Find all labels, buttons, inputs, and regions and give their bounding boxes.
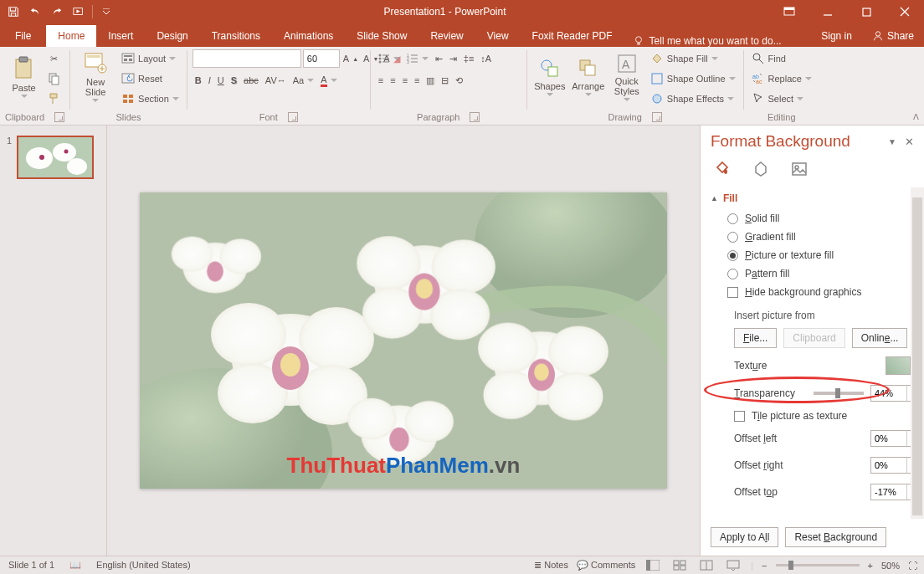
- pane-close-icon[interactable]: ✕: [905, 136, 914, 148]
- clipboard-launcher[interactable]: [54, 112, 64, 122]
- justify-icon[interactable]: ≡: [412, 71, 422, 90]
- tab-slideshow[interactable]: Slide Show: [345, 25, 418, 47]
- char-spacing-button[interactable]: AV↔: [263, 71, 289, 90]
- slideshow-view-icon[interactable]: [724, 558, 742, 573]
- pattern-fill-radio[interactable]: Pattern fill: [711, 264, 921, 283]
- text-direction-icon[interactable]: ↕A: [478, 49, 494, 68]
- shape-effects-button[interactable]: Shape Effects: [648, 90, 738, 108]
- tab-home[interactable]: Home: [46, 25, 96, 47]
- tab-review[interactable]: Review: [418, 25, 475, 47]
- minimize-icon[interactable]: [808, 0, 847, 23]
- pane-scrollbar[interactable]: [911, 187, 924, 519]
- select-button[interactable]: Select: [749, 90, 814, 108]
- qat-customize-icon[interactable]: [96, 2, 116, 22]
- pane-menu-icon[interactable]: ▼: [888, 137, 896, 146]
- shape-fill-button[interactable]: Shape Fill: [648, 49, 738, 68]
- save-icon[interactable]: [3, 2, 23, 22]
- section-button[interactable]: Section: [119, 90, 182, 108]
- italic-button[interactable]: I: [206, 71, 213, 90]
- new-slide-button[interactable]: New Slide: [75, 49, 116, 105]
- font-family-combo[interactable]: [192, 49, 301, 68]
- tab-transitions[interactable]: Transitions: [200, 25, 272, 47]
- start-from-beginning-icon[interactable]: [69, 2, 89, 22]
- tab-animations[interactable]: Animations: [272, 25, 345, 47]
- fill-section-header[interactable]: ▲Fill: [711, 187, 921, 209]
- font-color-button[interactable]: A: [318, 71, 339, 90]
- increase-font-icon[interactable]: A▲: [341, 49, 360, 68]
- normal-view-icon[interactable]: [644, 558, 662, 573]
- reset-background-button[interactable]: Reset Background: [785, 527, 886, 547]
- drawing-launcher[interactable]: [652, 112, 662, 122]
- language-status[interactable]: English (United States): [96, 560, 191, 571]
- replace-button[interactable]: abacReplace: [749, 69, 814, 88]
- tab-view[interactable]: View: [475, 25, 521, 47]
- zoom-level[interactable]: 50%: [881, 561, 900, 571]
- solid-fill-radio[interactable]: Solid fill: [711, 209, 921, 228]
- shapes-button[interactable]: Shapes: [532, 49, 567, 105]
- file-button[interactable]: File...: [734, 328, 777, 348]
- sign-in-link[interactable]: Sign in: [811, 25, 862, 47]
- columns-icon[interactable]: ▥: [424, 71, 437, 90]
- gradient-fill-radio[interactable]: Gradient fill: [711, 228, 921, 246]
- increase-indent-icon[interactable]: ⇥: [447, 49, 459, 68]
- line-spacing-icon[interactable]: ‡≡: [461, 49, 477, 68]
- fit-to-window-icon[interactable]: ⛶: [908, 561, 917, 571]
- texture-swatch[interactable]: [886, 356, 911, 375]
- strikethrough-button[interactable]: abc: [241, 71, 261, 90]
- numbering-button[interactable]: 123: [404, 49, 431, 68]
- sorter-view-icon[interactable]: [670, 558, 689, 573]
- slide-editor[interactable]: ThuThuatPhanMem.vn: [107, 126, 700, 556]
- cut-button[interactable]: ✂: [45, 49, 64, 68]
- font-size-combo[interactable]: 60: [303, 49, 340, 68]
- slide-thumbnail-1[interactable]: [17, 136, 94, 179]
- collapse-ribbon-icon[interactable]: ᐱ: [913, 112, 919, 121]
- reset-button[interactable]: Reset: [119, 69, 182, 88]
- reading-view-icon[interactable]: [697, 558, 716, 573]
- tab-insert[interactable]: Insert: [96, 25, 145, 47]
- maximize-icon[interactable]: [847, 0, 886, 23]
- close-icon[interactable]: [886, 0, 924, 23]
- comments-button[interactable]: 💬 Comments: [577, 560, 635, 571]
- arrange-button[interactable]: Arrange: [571, 49, 606, 105]
- paragraph-launcher[interactable]: [470, 112, 480, 122]
- align-text-icon[interactable]: ⊟: [439, 71, 451, 90]
- bullets-button[interactable]: [376, 49, 403, 68]
- layout-button[interactable]: Layout: [119, 49, 182, 68]
- share-button[interactable]: Share: [862, 25, 924, 47]
- bold-button[interactable]: B: [192, 71, 204, 90]
- spell-check-icon[interactable]: 📖: [69, 560, 81, 571]
- notes-button[interactable]: ≣ Notes: [534, 560, 568, 571]
- pane-tab-fill[interactable]: [711, 157, 734, 181]
- undo-icon[interactable]: [25, 2, 45, 22]
- apply-to-all-button[interactable]: Apply to All: [711, 527, 778, 547]
- align-center-icon[interactable]: ≡: [388, 71, 398, 90]
- pane-tab-picture[interactable]: [788, 157, 811, 181]
- online-button[interactable]: Online...: [852, 328, 908, 348]
- slide-counter[interactable]: Slide 1 of 1: [8, 560, 54, 571]
- font-launcher[interactable]: [288, 112, 298, 122]
- tile-check[interactable]: Tile picture as texture: [711, 407, 921, 425]
- redo-icon[interactable]: [47, 2, 67, 22]
- shape-outline-button[interactable]: Shape Outline: [648, 69, 738, 88]
- change-case-button[interactable]: Aa: [290, 71, 316, 90]
- pane-tab-effects[interactable]: [749, 157, 773, 181]
- tab-design[interactable]: Design: [145, 25, 199, 47]
- format-painter-button[interactable]: [45, 90, 64, 108]
- transparency-slider[interactable]: [814, 392, 864, 395]
- picture-fill-radio[interactable]: Picture or texture fill: [711, 246, 921, 264]
- smartart-icon[interactable]: ⟲: [453, 71, 465, 90]
- hide-bg-graphics-check[interactable]: Hide background graphics: [711, 283, 921, 301]
- align-left-icon[interactable]: ≡: [376, 71, 386, 90]
- shadow-button[interactable]: S: [228, 71, 239, 90]
- align-right-icon[interactable]: ≡: [400, 71, 410, 90]
- tab-file[interactable]: File: [0, 25, 46, 47]
- find-button[interactable]: Find: [749, 49, 814, 68]
- copy-button[interactable]: [45, 69, 64, 88]
- tab-foxit[interactable]: Foxit Reader PDF: [521, 25, 624, 47]
- zoom-slider[interactable]: [776, 564, 860, 566]
- zoom-in-button[interactable]: +: [868, 561, 873, 571]
- ribbon-display-icon[interactable]: [770, 0, 808, 23]
- decrease-indent-icon[interactable]: ⇤: [433, 49, 445, 68]
- quick-styles-button[interactable]: AQuick Styles: [609, 49, 644, 105]
- tell-me-search[interactable]: Tell me what you want to do...: [624, 35, 812, 47]
